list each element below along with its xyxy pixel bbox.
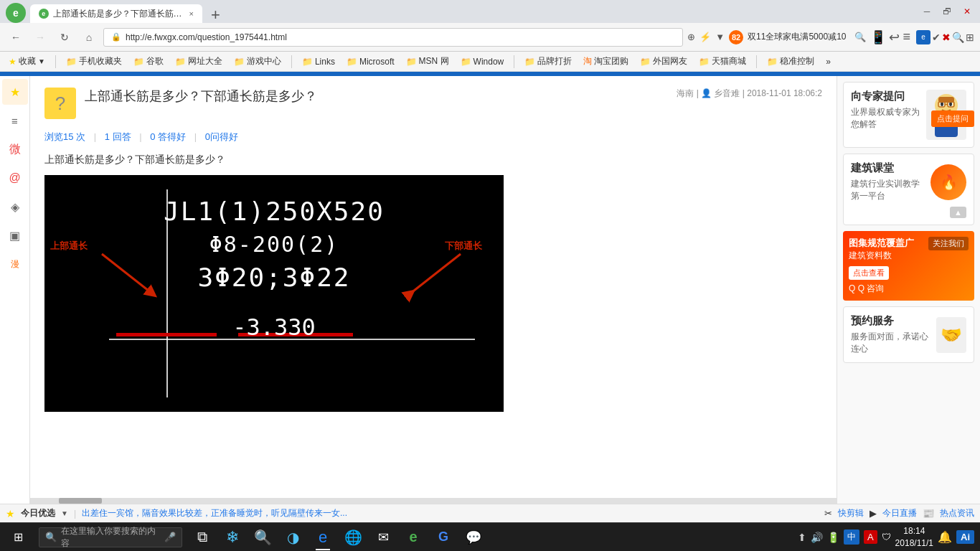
shield-icon[interactable]: 🛡 bbox=[882, 532, 891, 542]
dropdown-icon[interactable]: ▼ bbox=[715, 32, 725, 42]
grid-view[interactable]: ⊞ bbox=[966, 32, 974, 43]
ext-2[interactable]: ✔ bbox=[932, 32, 941, 43]
bookmark-label: 谷歌 bbox=[146, 55, 164, 67]
bottom-link[interactable]: 出差住一宾馆，隔音效果比较差，正准备睡觉时，听见隔壁传来一女... bbox=[82, 507, 347, 519]
undo-icon[interactable]: ↩ bbox=[889, 29, 900, 45]
tab-close-button[interactable]: × bbox=[189, 9, 194, 18]
bookmark-taobao[interactable]: 淘淘宝团购 bbox=[580, 54, 631, 69]
taskbar-app-chat[interactable]: 💬 bbox=[459, 523, 488, 552]
view-count: 浏览15 次 bbox=[44, 131, 85, 142]
answer-count[interactable]: 1 回答 bbox=[105, 131, 131, 142]
scroll-thumb[interactable] bbox=[59, 498, 102, 504]
taskbar-app-snowflake[interactable]: ❄ bbox=[218, 523, 247, 552]
bookmark-google[interactable]: 📁 谷歌 bbox=[131, 54, 166, 69]
ai-indicator[interactable]: Ai bbox=[956, 530, 974, 544]
main-layout: ★ ≡ 微 @ ◈ ▣ 漫 ? 上部通长筋是多少？下部通长筋是多少？ 海南 | … bbox=[0, 76, 980, 551]
taskbar-app-browser[interactable]: e bbox=[399, 523, 428, 552]
tray-upload[interactable]: ⬆ bbox=[798, 532, 806, 543]
new-tab-button[interactable]: + bbox=[207, 7, 225, 23]
bottom-right: ✂ 快剪辑 ▶ 今日直播 📰 热点资讯 bbox=[824, 507, 974, 519]
device-icon[interactable]: 📱 bbox=[870, 29, 886, 45]
bookmark-msn[interactable]: 📁MSN 网 bbox=[403, 54, 452, 69]
bookmark-brand[interactable]: 📁品牌打折 bbox=[522, 54, 575, 69]
horizontal-scrollbar[interactable] bbox=[30, 498, 837, 504]
sidebar-icon-bookmark[interactable]: ▣ bbox=[2, 222, 28, 248]
bookmark-links[interactable]: 📁Links bbox=[299, 55, 338, 68]
taskbar-search-box[interactable]: 🔍 在这里输入你要搜索的内容 🎤 bbox=[39, 527, 182, 547]
search-icon[interactable]: 🔍 bbox=[854, 32, 866, 42]
taskbar-app-globe[interactable]: 🌐 bbox=[339, 523, 367, 552]
share-icon[interactable]: ⊕ bbox=[687, 32, 695, 42]
close-button[interactable]: ✕ bbox=[960, 4, 974, 19]
url-text: http://e.fwxgx.com/question_1975441.html bbox=[126, 32, 675, 42]
tray-time[interactable]: 18:14 2018/11/1 bbox=[895, 525, 933, 550]
expert-cta-button[interactable]: 点击提问 bbox=[931, 110, 974, 127]
ext-3[interactable]: ✖ bbox=[942, 32, 951, 43]
url-bar[interactable]: 🔒 http://e.fwxgx.com/question_1975441.ht… bbox=[103, 28, 683, 47]
bookmark-control[interactable]: 📁稳准控制 bbox=[764, 54, 817, 69]
bookmark-game[interactable]: 📁 游戏中心 bbox=[231, 54, 284, 69]
snowflake-icon: ❄ bbox=[226, 528, 239, 547]
bookmark-nav[interactable]: 📁 网址大全 bbox=[172, 54, 225, 69]
taskbar-app-search[interactable]: 🔍 bbox=[248, 523, 277, 552]
taobao-icon: 淘 bbox=[583, 55, 592, 67]
menu-icon[interactable]: ≡ bbox=[903, 29, 910, 44]
folder-icon: 📁 bbox=[347, 57, 357, 67]
course-card-inner: 建筑课堂 建筑行业实训教学第一平台 🔥 bbox=[851, 161, 966, 202]
qq-cta[interactable]: Q Q 咨询 bbox=[849, 283, 969, 295]
star-icon-bottom: ★ bbox=[6, 508, 15, 519]
clock-date: 2018/11/1 bbox=[895, 537, 933, 550]
bookmark-window[interactable]: 📁Window bbox=[458, 55, 507, 68]
folder-icon: 📁 bbox=[302, 57, 313, 67]
taskbar: ⊞ 🔍 在这里输入你要搜索的内容 🎤 ⧉ ❄ 🔍 ◑ e 🌐 ✉ e bbox=[0, 522, 980, 551]
bookmark-mobile[interactable]: 📁 手机收藏夹 bbox=[63, 54, 125, 69]
question-mark: ? bbox=[55, 93, 65, 115]
back-button[interactable]: ← bbox=[6, 27, 26, 47]
today-choice: 今日优选 bbox=[21, 507, 55, 519]
ext-search[interactable]: 🔍 bbox=[952, 32, 964, 43]
mic-icon[interactable]: 🎤 bbox=[164, 532, 176, 542]
notification-icon[interactable]: 🔔 bbox=[938, 530, 952, 544]
active-tab[interactable]: e 上部通长筋是多少？下部通长筋是多少？ × bbox=[30, 4, 202, 23]
sidebar-icon-comic[interactable]: 漫 bbox=[2, 251, 28, 277]
taskbar-app-mail[interactable]: ✉ bbox=[369, 523, 397, 552]
bookmark-foreign[interactable]: 📁外国网友 bbox=[637, 54, 690, 69]
course-icon: 🔥 bbox=[940, 174, 958, 191]
separator3 bbox=[514, 55, 514, 68]
minimize-button[interactable]: ─ bbox=[920, 4, 934, 19]
lang-indicator[interactable]: 中 bbox=[844, 529, 859, 545]
bookmark-star[interactable]: ★ 收藏 ▼ bbox=[6, 54, 48, 69]
ad-cta-button[interactable]: 点击查看 bbox=[849, 266, 889, 280]
scroll-up-btn[interactable]: ▲ bbox=[851, 207, 966, 217]
hot-info[interactable]: 热点资讯 bbox=[940, 507, 974, 519]
cad-line-2: Φ8-200(2) bbox=[44, 232, 504, 257]
sidebar-icon-mail[interactable]: @ bbox=[2, 165, 28, 191]
sidebar-icon-document[interactable]: ≡ bbox=[2, 108, 28, 133]
tray-battery[interactable]: 🔋 bbox=[827, 532, 839, 543]
taskbar-app-g[interactable]: G bbox=[429, 523, 458, 552]
forward-button[interactable]: → bbox=[30, 27, 50, 47]
home-button[interactable]: ⌂ bbox=[79, 27, 99, 47]
taskbar-app-taskview[interactable]: ⧉ bbox=[188, 523, 217, 552]
bookmark-microsoft[interactable]: 📁Microsoft bbox=[344, 55, 397, 68]
refresh-button[interactable]: ↻ bbox=[55, 27, 75, 47]
taskbar-app-circle[interactable]: ◑ bbox=[278, 523, 307, 552]
bookmarks-bar: ★ 收藏 ▼ 📁 手机收藏夹 📁 谷歌 📁 网址大全 📁 游戏中心 📁Links… bbox=[0, 52, 980, 72]
sidebar-icon-game[interactable]: ◈ bbox=[2, 194, 28, 220]
taskbar-app-ie[interactable]: e bbox=[308, 523, 337, 552]
today-live[interactable]: 今日直播 bbox=[882, 507, 917, 519]
tray-sound[interactable]: 🔊 bbox=[811, 532, 823, 543]
lightning-icon[interactable]: ⚡ bbox=[699, 32, 711, 42]
bookmark-tmall[interactable]: 📁天猫商城 bbox=[696, 54, 749, 69]
start-button[interactable]: ⊞ bbox=[0, 523, 36, 552]
sidebar-icon-star[interactable]: ★ bbox=[2, 79, 28, 105]
quick-pen[interactable]: 快剪辑 bbox=[838, 507, 864, 519]
antivirus-icon[interactable]: A bbox=[864, 530, 877, 544]
browser-app-icon: e bbox=[409, 529, 417, 545]
follow-button[interactable]: 关注我们 bbox=[928, 237, 969, 250]
up-arrow[interactable]: ▲ bbox=[950, 207, 966, 218]
sidebar-icon-weibo[interactable]: 微 bbox=[2, 136, 28, 162]
restore-button[interactable]: 🗗 bbox=[940, 4, 954, 19]
ext-1[interactable]: e bbox=[916, 30, 930, 44]
bookmark-more[interactable]: » bbox=[823, 55, 834, 68]
